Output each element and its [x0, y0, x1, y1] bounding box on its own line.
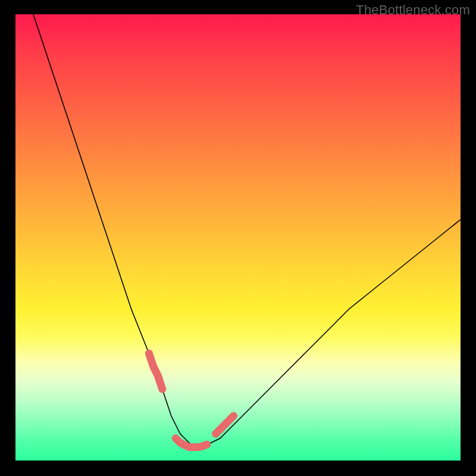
- highlight-group: [149, 353, 233, 447]
- watermark-text: TheBottleneck.com: [356, 2, 470, 18]
- curve-svg: [15, 14, 461, 461]
- chart-area: [15, 14, 461, 461]
- bottleneck-curve: [33, 14, 461, 447]
- highlight-segment: [149, 353, 162, 389]
- highlight-segment: [176, 439, 206, 447]
- highlight-segment: [216, 416, 234, 434]
